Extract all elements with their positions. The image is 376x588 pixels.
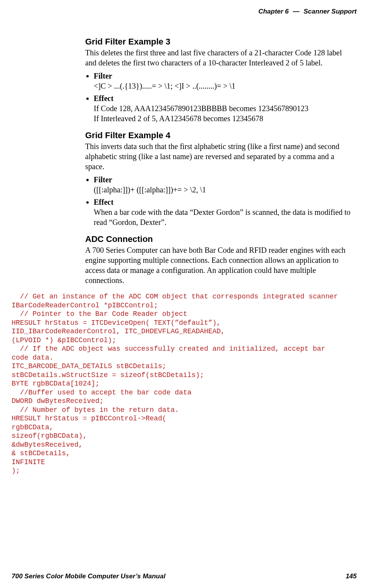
filter-text: <]C > ...(.{13}).....= > \1; <]I > ..(..… [94, 81, 353, 91]
effect-text: When a bar code with the data “Dexter Go… [94, 207, 353, 227]
filter-text: ([[:alpha:]])+ ([[:alpha:]])+= > \2, \1 [94, 185, 353, 195]
list-item: Effect If Code 128, AAA1234567890123BBBB… [94, 93, 353, 123]
list-item: Filter ([[:alpha:]])+ ([[:alpha:]])+= > … [94, 175, 353, 195]
list-example-4: Filter ([[:alpha:]])+ ([[:alpha:]])+= > … [85, 175, 353, 227]
effect-label: Effect [94, 94, 113, 103]
heading-example-4: Grid Filter Example 4 [85, 130, 353, 141]
code-block-container: // Get an instance of the ADC COM object… [12, 292, 357, 475]
page: Chapter 6 — Scanner Support Grid Filter … [0, 0, 376, 588]
para-adc: A 700 Series Computer can have both Bar … [85, 245, 353, 285]
page-header: Chapter 6 — Scanner Support [12, 8, 357, 15]
code-block: // Get an instance of the ADC COM object… [12, 292, 357, 475]
header-dash: — [293, 8, 299, 15]
main-content: Grid Filter Example 3 This deletes the f… [85, 37, 353, 285]
heading-example-3: Grid Filter Example 3 [85, 37, 353, 47]
effect-label: Effect [94, 198, 113, 206]
list-example-3: Filter <]C > ...(.{13}).....= > \1; <]I … [85, 71, 353, 123]
footer-page-number: 145 [346, 573, 357, 580]
header-title: Scanner Support [304, 8, 357, 15]
heading-adc: ADC Connection [85, 234, 353, 244]
effect-line-2: If Interleaved 2 of 5, AA12345678 become… [94, 113, 353, 123]
section-example-3: Grid Filter Example 3 This deletes the f… [85, 37, 353, 123]
para-example-3: This deletes the first three and last fi… [85, 48, 353, 68]
list-item: Effect When a bar code with the data “De… [94, 197, 353, 227]
header-chapter: Chapter 6 [258, 8, 288, 15]
section-adc: ADC Connection A 700 Series Computer can… [85, 234, 353, 285]
section-example-4: Grid Filter Example 4 This inverts data … [85, 130, 353, 227]
list-item: Filter <]C > ...(.{13}).....= > \1; <]I … [94, 71, 353, 91]
para-example-4: This inverts data such that the first al… [85, 141, 353, 171]
filter-label: Filter [94, 175, 112, 184]
footer-manual-title: 700 Series Color Mobile Computer User’s … [12, 573, 165, 580]
effect-line-1: If Code 128, AAA1234567890123BBBBB becom… [94, 103, 353, 113]
page-footer: 700 Series Color Mobile Computer User’s … [12, 573, 357, 580]
filter-label: Filter [94, 72, 112, 80]
